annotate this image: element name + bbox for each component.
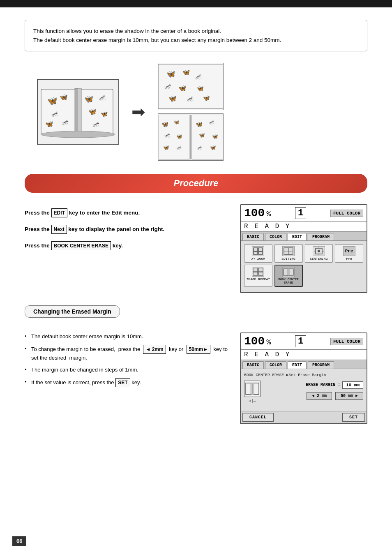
step2-instruction: Press the Next key to display the panel …: [25, 225, 232, 234]
procedure-title: Procedure: [25, 178, 367, 189]
icons-grid-1: XY ZOOM EDITING: [244, 244, 363, 287]
svg-rect-57: [258, 272, 263, 275]
key-set: SET: [115, 378, 130, 387]
ui-panel-2: 100 % 1 FULL COLOR R E A D Y BASIC COLOR…: [240, 332, 367, 424]
centering-btn[interactable]: CENTERING: [305, 244, 333, 263]
copies-2: 1: [295, 335, 306, 347]
svg-text:🦋: 🦋: [210, 145, 216, 150]
key-2mm: ◄ 2mm: [143, 345, 166, 354]
page-number: 66: [12, 536, 26, 546]
erase-margin-label: ERASE MARGIN :: [306, 383, 340, 387]
image-repeat-icon: [252, 267, 264, 277]
ui-panel-1: 100 % 1 FULL COLOR R E A D Y BASIC COLOR…: [240, 204, 367, 293]
btn-50mm[interactable]: 50 mm ►: [335, 392, 363, 400]
editing-icon: [282, 246, 295, 256]
svg-text:🦟: 🦟: [209, 119, 214, 125]
svg-text:🦋: 🦋: [203, 95, 210, 102]
svg-rect-28: [190, 115, 191, 159]
svg-rect-43: [254, 252, 258, 254]
panel-header-2: 100 % 1 FULL COLOR: [241, 333, 367, 350]
centering-icon: [313, 246, 325, 256]
erase-buttons-row: ◄ 2 mm 50 mm ►: [265, 392, 363, 400]
procedure-header: Procedure: [25, 174, 367, 193]
svg-text:🦋: 🦋: [166, 69, 176, 78]
tab-program-1[interactable]: PROGRAM: [308, 233, 334, 240]
svg-text:🦋: 🦋: [176, 134, 182, 140]
svg-text:🦟: 🦟: [51, 111, 59, 118]
erase-breadcrumb: BOOK CENTER ERASE ▶Set Erase Margin: [244, 372, 363, 377]
bullets-section: The default book center erase margin is …: [25, 332, 232, 391]
result-two-pages: 🦋 🦋 🦟 🦋 🦋 🦟 🦋 🦟 🦋 🦋 🦟 🦋: [158, 113, 224, 161]
svg-text:🦟: 🦟: [195, 73, 202, 80]
image-repeat-btn[interactable]: IMAGE REPEAT: [244, 265, 272, 287]
svg-text:🦋: 🦋: [196, 121, 203, 128]
tab-basic-1[interactable]: BASIC: [242, 233, 264, 240]
content-split: Press the EDIT key to enter the Edit men…: [25, 204, 367, 293]
right-panel-1: 100 % 1 FULL COLOR R E A D Y BASIC COLOR…: [240, 204, 367, 293]
svg-text:🦋: 🦋: [197, 85, 204, 92]
book-illustration: 🦋 🦋 🦟 🦋 🦟 🦋 🦟 🦋 🦋 🦟: [37, 79, 119, 145]
svg-rect-58: [284, 269, 288, 275]
svg-text:🦟: 🦟: [176, 145, 182, 150]
svg-rect-60: [288, 269, 289, 275]
svg-text:🦟: 🦟: [92, 121, 100, 128]
percent-2: %: [266, 338, 271, 346]
key-50mm: 50mm►: [187, 345, 211, 354]
tab-color-2[interactable]: COLOR: [265, 361, 286, 369]
left-instructions: Press the EDIT key to enter the Edit men…: [25, 204, 232, 293]
tab-edit-1[interactable]: EDIT: [288, 233, 307, 240]
tab-edit-2[interactable]: EDIT: [288, 361, 307, 369]
svg-rect-55: [258, 268, 263, 272]
color-label-1: FULL COLOR: [330, 210, 363, 217]
tab-color-1[interactable]: COLOR: [265, 233, 286, 240]
svg-point-49: [318, 250, 320, 252]
zoom-value-1: 100: [244, 207, 265, 219]
svg-text:🦟: 🦟: [62, 119, 69, 126]
right-panel-2: 100 % 1 FULL COLOR R E A D Y BASIC COLOR…: [240, 332, 367, 424]
panel-tabs-1: BASIC COLOR EDIT PROGRAM: [241, 232, 367, 241]
copies-1: 1: [295, 207, 306, 219]
svg-text:🦋: 🦋: [60, 93, 68, 101]
editing-btn[interactable]: EDITING: [274, 244, 303, 263]
bullets-list: The default book center erase margin is …: [25, 332, 232, 387]
set-button[interactable]: SET: [342, 413, 365, 422]
svg-text:🦋: 🦋: [168, 95, 177, 102]
bullet-2: To change the margin to be erased, press…: [25, 345, 232, 362]
result-left-page: 🦋 🦋 🦟 🦟 🦋 🦋 🦋 🦟 🦋: [158, 63, 224, 110]
percent-1: %: [266, 210, 271, 218]
panel-erase-body: BOOK CENTER ERASE ▶Set Erase Margin: [241, 369, 367, 411]
zoom-value-2: 100: [244, 335, 265, 348]
top-bar: [0, 0, 392, 7]
xy-zoom-icon: [252, 246, 264, 256]
pre-btn[interactable]: Pre Pre: [335, 244, 363, 263]
svg-rect-56: [253, 272, 258, 275]
svg-text:🦋: 🦋: [182, 69, 190, 76]
svg-text:🦋: 🦋: [178, 85, 187, 92]
tab-program-2[interactable]: PROGRAM: [308, 361, 334, 369]
svg-point-14: [41, 131, 115, 138]
svg-rect-41: [254, 248, 258, 251]
btn-2mm[interactable]: ◄ 2 mm: [307, 392, 332, 400]
book-center-erase-icon-btn[interactable]: BOOK CENTER ERASE: [274, 265, 303, 287]
panel-header-1: 100 % 1 FULL COLOR: [241, 205, 367, 222]
cancel-button[interactable]: CANCEL: [242, 413, 274, 422]
svg-text:🦟: 🦟: [164, 83, 172, 90]
book-center-erase-icon: [282, 267, 295, 277]
xy-zoom-btn[interactable]: XY ZOOM: [244, 244, 272, 263]
svg-text:🦟: 🦟: [197, 145, 203, 150]
intro-box: This function allows you to erase the sh…: [25, 20, 367, 51]
svg-text:🦋: 🦋: [101, 111, 108, 118]
changing-content: The default book center erase margin is …: [25, 332, 367, 424]
tab-basic-2[interactable]: BASIC: [242, 361, 264, 369]
bullet-1: The default book center erase margin is …: [25, 332, 232, 341]
svg-rect-42: [258, 248, 263, 251]
svg-text:🦋: 🦋: [47, 96, 58, 106]
svg-rect-59: [289, 269, 293, 275]
svg-text:🦋: 🦋: [174, 119, 180, 125]
svg-rect-0: [41, 89, 76, 134]
intro-text1: This function allows you to erase the sh…: [33, 27, 359, 36]
svg-text:🦟: 🦟: [187, 95, 194, 102]
svg-text:🦋: 🦋: [199, 133, 205, 138]
changing-title: Changing the Erased Margin: [33, 308, 111, 315]
bullet-3: The margin can be changed in steps of 1m…: [25, 366, 232, 374]
